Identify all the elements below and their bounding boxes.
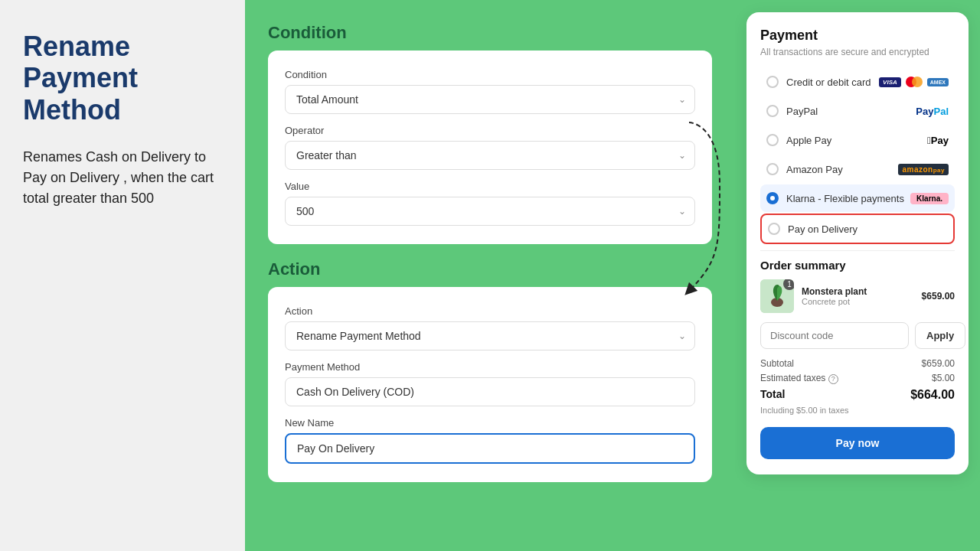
amazonpay-logo: amazonpay [898, 164, 949, 175]
page-description: Renames Cash on Delivery to Pay on Deliv… [23, 147, 222, 209]
taxes-value: $5.00 [932, 373, 955, 384]
payment-option-paypal[interactable]: PayPal PayPal [760, 97, 955, 125]
payment-title: Payment [760, 28, 955, 44]
divider [760, 250, 955, 251]
radio-amazonpay [766, 163, 779, 175]
left-panel: Rename Payment Method Renames Cash on De… [0, 0, 245, 551]
payment-option-amazonpay[interactable]: Amazon Pay amazonpay [760, 155, 955, 183]
payment-option-credit[interactable]: Credit or debit card VISA AMEX [760, 68, 955, 96]
mastercard-logo [906, 77, 923, 87]
taxes-row: Estimated taxes ? $5.00 [760, 373, 955, 384]
paypal-label: PayPal [786, 106, 818, 117]
product-row: 1 Monstera plant Concrete pot $659.00 [760, 279, 955, 313]
operator-select[interactable]: Greater than [285, 141, 695, 170]
order-summary-title: Order summary [760, 259, 955, 272]
condition-card: Condition Total Amount ⌄ Operator Greate… [268, 51, 712, 244]
condition-select[interactable]: Total Amount [285, 85, 695, 114]
subtotal-row: Subtotal $659.00 [760, 358, 955, 369]
radio-applepay [766, 134, 779, 146]
discount-row: Apply [760, 322, 955, 349]
credit-label: Credit or debit card [786, 77, 871, 88]
action-card: Action Rename Payment Method ⌄ Payment M… [268, 287, 712, 482]
klarna-logo: Klarna. [910, 193, 949, 204]
amex-logo: AMEX [927, 78, 949, 86]
payondelivery-label: Pay on Delivery [788, 223, 858, 235]
applepay-logo-text: Pay [927, 135, 949, 146]
page-title: Rename Payment Method [23, 31, 222, 126]
product-image: 1 [760, 279, 794, 313]
product-info: Monstera plant Concrete pot [802, 286, 914, 306]
payment-option-applepay[interactable]: Apple Pay Pay [760, 126, 955, 154]
taxes-label: Estimated taxes ? [760, 373, 838, 384]
new-name-input[interactable] [285, 433, 695, 464]
middle-panel: Condition Condition Total Amount ⌄ Opera… [245, 0, 735, 551]
payment-option-klarna[interactable]: Klarna - Flexible payments Klarna. [760, 184, 955, 212]
radio-paypal [766, 105, 779, 117]
new-name-label: New Name [285, 417, 695, 429]
amazonpay-logo-text: amazonpay [898, 164, 949, 175]
credit-logos: VISA AMEX [879, 77, 949, 87]
pay-now-button[interactable]: Pay now [760, 427, 955, 459]
value-select-wrapper: 500 ⌄ [285, 197, 695, 226]
right-panel: Payment All transactions are secure and … [735, 0, 980, 551]
subtotal-value: $659.00 [922, 358, 955, 369]
action-section: Action Action Rename Payment Method ⌄ Pa… [268, 259, 712, 482]
value-select[interactable]: 500 [285, 197, 695, 226]
action-select-wrapper: Rename Payment Method ⌄ [285, 321, 695, 350]
applepay-logo: Pay [927, 135, 949, 146]
action-label: Action [285, 305, 695, 317]
payment-card: Payment All transactions are secure and … [746, 12, 969, 474]
payment-option-payondelivery[interactable]: Pay on Delivery [760, 214, 955, 244]
klarna-logo-text: Klarna. [910, 193, 949, 204]
condition-select-wrapper: Total Amount ⌄ [285, 85, 695, 114]
value-label: Value [285, 181, 695, 192]
apply-button[interactable]: Apply [915, 322, 965, 349]
radio-klarna [766, 192, 779, 204]
radio-payondelivery [768, 223, 780, 235]
total-row: Total $664.00 [760, 388, 955, 402]
total-label: Total [760, 388, 785, 402]
payment-method-label: Payment Method [285, 361, 695, 373]
action-section-title: Action [268, 259, 712, 279]
tax-note: Including $5.00 in taxes [760, 406, 955, 415]
action-select[interactable]: Rename Payment Method [285, 321, 695, 350]
radio-credit [766, 76, 779, 88]
product-price: $659.00 [922, 291, 955, 302]
paypal-logo: PayPal [916, 106, 949, 117]
applepay-label: Apple Pay [786, 135, 831, 146]
klarna-label: Klarna - Flexible payments [786, 193, 904, 204]
condition-label: Condition [285, 69, 695, 80]
visa-logo: VISA [879, 77, 901, 87]
product-name: Monstera plant [802, 286, 914, 297]
operator-select-wrapper: Greater than ⌄ [285, 141, 695, 170]
product-badge: 1 [783, 279, 794, 290]
payment-method-input[interactable] [285, 377, 695, 406]
subtotal-label: Subtotal [760, 358, 794, 369]
operator-label: Operator [285, 125, 695, 136]
condition-section-title: Condition [268, 23, 712, 43]
amazonpay-label: Amazon Pay [786, 164, 843, 175]
payment-subtitle: All transactions are secure and encrypte… [760, 47, 955, 57]
discount-input[interactable] [760, 322, 909, 349]
paypal-logo-text: PayPal [916, 106, 949, 117]
total-value: $664.00 [910, 388, 955, 402]
condition-section: Condition Condition Total Amount ⌄ Opera… [268, 23, 712, 244]
product-variant: Concrete pot [802, 297, 914, 306]
